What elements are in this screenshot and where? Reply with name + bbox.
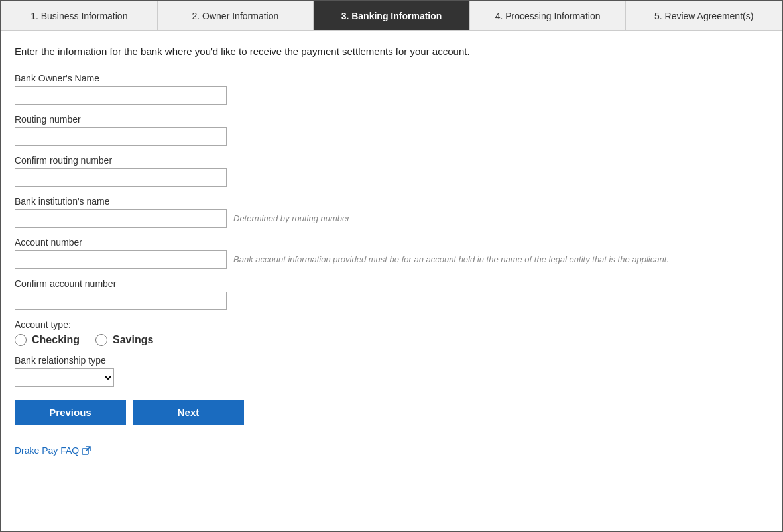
footer-link-section: Drake Pay FAQ	[15, 439, 768, 456]
drake-pay-faq-label: Drake Pay FAQ	[15, 445, 79, 456]
account-number-row: Bank account information provided must b…	[15, 250, 768, 269]
account-number-hint: Bank account information provided must b…	[233, 254, 669, 264]
previous-button[interactable]: Previous	[15, 400, 126, 425]
confirm-account-number-label: Confirm account number	[15, 278, 768, 289]
tab-banking[interactable]: 3. Banking Information	[314, 1, 470, 30]
page-content: Enter the information for the bank where…	[1, 31, 782, 531]
external-link-icon	[82, 446, 91, 455]
confirm-routing-number-input[interactable]	[15, 168, 227, 187]
next-button[interactable]: Next	[133, 400, 244, 425]
button-row: Previous Next	[15, 400, 768, 425]
account-type-section: Account type: Checking Savings	[15, 319, 768, 346]
bank-owner-name-label: Bank Owner's Name	[15, 73, 768, 83]
savings-radio[interactable]	[95, 334, 107, 346]
bank-institution-hint: Determined by routing number	[233, 213, 350, 223]
bank-owner-name-group: Bank Owner's Name	[15, 73, 768, 105]
account-type-label: Account type:	[15, 319, 768, 330]
account-number-input[interactable]	[15, 250, 227, 269]
bank-relationship-type-label: Bank relationship type	[15, 355, 768, 366]
checking-label[interactable]: Checking	[32, 334, 80, 346]
confirm-account-number-input[interactable]	[15, 292, 227, 310]
account-number-group: Account number Bank account information …	[15, 237, 768, 269]
confirm-routing-number-label: Confirm routing number	[15, 155, 768, 166]
tab-review[interactable]: 5. Review Agreement(s)	[626, 1, 782, 30]
tab-processing[interactable]: 4. Processing Information	[470, 1, 627, 30]
bank-institution-name-input[interactable]	[15, 209, 227, 228]
bank-institution-row: Determined by routing number	[15, 209, 768, 228]
bank-owner-name-input[interactable]	[15, 86, 227, 105]
drake-pay-faq-link[interactable]: Drake Pay FAQ	[15, 445, 91, 456]
savings-label[interactable]: Savings	[113, 334, 153, 346]
confirm-account-number-group: Confirm account number	[15, 278, 768, 310]
checking-radio[interactable]	[15, 334, 27, 346]
routing-number-label: Routing number	[15, 114, 768, 125]
confirm-routing-number-group: Confirm routing number	[15, 155, 768, 187]
bank-institution-name-label: Bank institution's name	[15, 196, 768, 207]
tab-owner[interactable]: 2. Owner Information	[158, 1, 314, 30]
account-type-radio-group: Checking Savings	[15, 334, 768, 346]
tab-bar: 1. Business Information 2. Owner Informa…	[1, 1, 782, 31]
routing-number-input[interactable]	[15, 127, 227, 146]
page-description: Enter the information for the bank where…	[15, 44, 768, 60]
bank-institution-name-group: Bank institution's name Determined by ro…	[15, 196, 768, 228]
main-window: 1. Business Information 2. Owner Informa…	[0, 0, 783, 532]
bank-relationship-type-section: Bank relationship type Primary Secondary	[15, 355, 768, 387]
routing-number-group: Routing number	[15, 114, 768, 146]
bank-relationship-type-select[interactable]: Primary Secondary	[15, 368, 114, 387]
account-number-label: Account number	[15, 237, 768, 248]
tab-business[interactable]: 1. Business Information	[1, 1, 158, 30]
